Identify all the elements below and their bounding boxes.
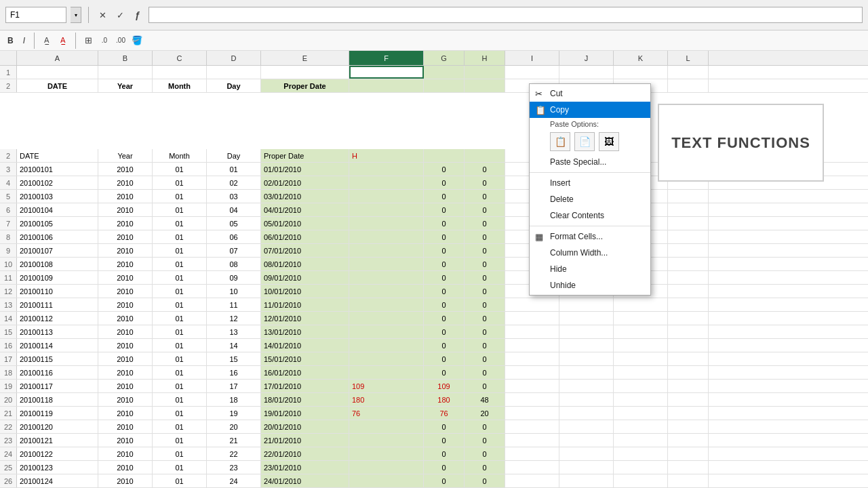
cell-g20[interactable]: 180 [424, 393, 465, 406]
cell-f2[interactable] [349, 79, 424, 92]
cell-g12[interactable]: 0 [424, 285, 465, 298]
cell-j20[interactable] [559, 393, 614, 406]
cell-e10[interactable]: 08/01/2010 [261, 258, 349, 270]
cell-h22[interactable]: 0 [465, 420, 505, 433]
cell-h11[interactable]: 0 [465, 271, 505, 284]
cell-k25[interactable] [614, 461, 668, 474]
cell-e18[interactable]: 16/01/2010 [261, 366, 349, 379]
cell-c6[interactable]: 01 [153, 203, 207, 216]
borders-icon[interactable]: ⊞ [81, 34, 95, 47]
cell-h26[interactable]: 0 [465, 474, 505, 487]
cell-d2[interactable]: Day [207, 79, 261, 92]
cell-c4[interactable]: 01 [153, 176, 207, 189]
cell-h7[interactable]: 0 [465, 217, 505, 230]
cell-l7[interactable] [668, 217, 709, 230]
cell-c16[interactable]: 01 [153, 339, 207, 352]
cell-l1[interactable] [668, 66, 709, 79]
cell-b2[interactable]: Year [98, 79, 153, 92]
cell-e2[interactable]: Proper Date [261, 149, 349, 162]
cell-i25[interactable] [505, 461, 559, 474]
cell-k14[interactable] [614, 312, 668, 325]
menu-item-clear-contents[interactable]: Clear Contents [530, 207, 650, 224]
cell-e3[interactable]: 01/01/2010 [261, 163, 349, 176]
cell-l2[interactable] [668, 79, 709, 92]
cell-i22[interactable] [505, 420, 559, 433]
cell-j15[interactable] [559, 325, 614, 338]
cell-g18[interactable]: 0 [424, 366, 465, 379]
cell-f6[interactable] [349, 203, 424, 216]
cell-f15[interactable] [349, 325, 424, 338]
cell-e1[interactable] [261, 66, 349, 79]
cell-d16[interactable]: 14 [207, 339, 261, 352]
cell-e6[interactable]: 04/01/2010 [261, 203, 349, 216]
cell-l15[interactable] [668, 325, 709, 338]
cell-h9[interactable]: 0 [465, 244, 505, 257]
cell-d8[interactable]: 06 [207, 230, 261, 243]
cell-k24[interactable] [614, 447, 668, 460]
cell-f24[interactable] [349, 447, 424, 460]
cancel-icon[interactable]: ✕ [96, 8, 109, 22]
cell-b12[interactable]: 2010 [98, 285, 153, 298]
col-header-c[interactable]: C [153, 51, 207, 65]
cell-b19[interactable]: 2010 [98, 380, 153, 392]
cell-g2[interactable] [424, 149, 465, 162]
cell-b8[interactable]: 2010 [98, 230, 153, 243]
cell-g1[interactable] [424, 66, 465, 79]
cell-l18[interactable] [668, 366, 709, 379]
cell-f5[interactable] [349, 190, 424, 203]
cell-l24[interactable] [668, 447, 709, 460]
cell-l14[interactable] [668, 312, 709, 325]
cell-j18[interactable] [559, 366, 614, 379]
cell-d18[interactable]: 16 [207, 366, 261, 379]
cell-j17[interactable] [559, 352, 614, 365]
cell-e11[interactable]: 09/01/2010 [261, 271, 349, 284]
cell-d3[interactable]: 01 [207, 163, 261, 176]
cell-f9[interactable] [349, 244, 424, 257]
cell-l12[interactable] [668, 285, 709, 298]
name-box[interactable]: F1 [5, 7, 66, 23]
cell-l19[interactable] [668, 380, 709, 392]
cell-f3[interactable] [349, 163, 424, 176]
cell-e9[interactable]: 07/01/2010 [261, 244, 349, 257]
cell-j26[interactable] [559, 474, 614, 487]
menu-item-cut[interactable]: ✂ Cut [530, 85, 650, 102]
cell-d20[interactable]: 18 [207, 393, 261, 406]
cell-b2[interactable]: Year [98, 149, 153, 162]
menu-item-unhide[interactable]: Unhide [530, 277, 650, 293]
cell-h23[interactable]: 0 [465, 434, 505, 447]
cell-a26[interactable]: 20100124 [17, 474, 98, 487]
cell-a13[interactable]: 20100111 [17, 298, 98, 311]
cell-h2[interactable] [465, 79, 505, 92]
cell-l13[interactable] [668, 298, 709, 311]
cell-b14[interactable]: 2010 [98, 312, 153, 325]
cell-i19[interactable] [505, 380, 559, 392]
cell-b21[interactable]: 2010 [98, 407, 153, 420]
menu-item-delete[interactable]: Delete [530, 191, 650, 207]
cell-l20[interactable] [668, 393, 709, 406]
cell-d19[interactable]: 17 [207, 380, 261, 392]
paste-btn-3[interactable]: 🖼 [599, 132, 619, 151]
cell-f12[interactable] [349, 285, 424, 298]
cell-c18[interactable]: 01 [153, 366, 207, 379]
cell-c2[interactable]: Month [153, 149, 207, 162]
cell-k22[interactable] [614, 420, 668, 433]
cell-c13[interactable]: 01 [153, 298, 207, 311]
cell-d4[interactable]: 02 [207, 176, 261, 189]
cell-h20[interactable]: 48 [465, 393, 505, 406]
cell-f20[interactable]: 180 [349, 393, 424, 406]
increase-decimal-icon[interactable]: .00 [114, 34, 127, 47]
cell-d26[interactable]: 24 [207, 474, 261, 487]
cell-j19[interactable] [559, 380, 614, 392]
cell-c19[interactable]: 01 [153, 380, 207, 392]
cell-b1[interactable] [98, 66, 153, 79]
cell-h13[interactable]: 0 [465, 298, 505, 311]
cell-l17[interactable] [668, 352, 709, 365]
cell-c26[interactable]: 01 [153, 474, 207, 487]
col-header-j[interactable]: J [559, 51, 614, 65]
cell-l22[interactable] [668, 420, 709, 433]
cell-a9[interactable]: 20100107 [17, 244, 98, 257]
cell-b7[interactable]: 2010 [98, 217, 153, 230]
cell-c23[interactable]: 01 [153, 434, 207, 447]
cell-e23[interactable]: 21/01/2010 [261, 434, 349, 447]
cell-a19[interactable]: 20100117 [17, 380, 98, 392]
